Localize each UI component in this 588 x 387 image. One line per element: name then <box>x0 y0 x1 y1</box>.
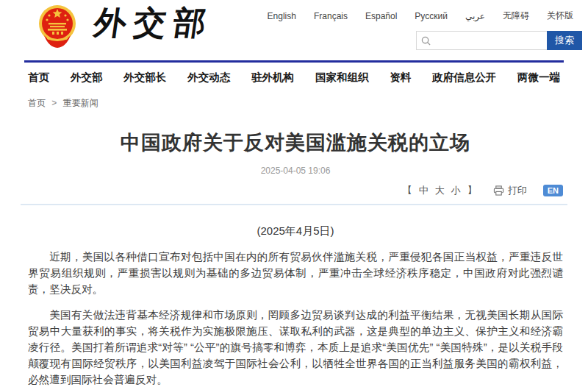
article-toolbar: 【 中 大 小 】 打印 EN <box>28 183 563 198</box>
breadcrumb-separator: > <box>51 98 57 108</box>
breadcrumb-home-link[interactable]: 首页 <box>28 98 46 108</box>
nav-item-minister[interactable]: 外交部长 <box>123 71 166 85</box>
breadcrumb: 首页 > 重要新闻 <box>28 97 588 110</box>
nav-item-missions[interactable]: 驻外机构 <box>251 71 294 85</box>
article-paragraph: 近期，美国以各种借口宣布对包括中国在内的所有贸易伙伴滥施关税，严重侵犯各国正当权… <box>28 249 563 297</box>
font-size-large-button[interactable]: 大 <box>435 184 445 197</box>
printer-icon <box>493 185 504 196</box>
font-size-control: 【 中 大 小 】 <box>403 184 477 197</box>
search-box <box>416 31 547 50</box>
publish-timestamp: 2025-04-05 19:06 <box>28 166 563 176</box>
font-size-small-button[interactable]: 小 <box>451 184 461 197</box>
article-paragraph: 美国有关做法违背基本经济规律和市场原则，罔顾多边贸易谈判达成的利益平衡结果，无视… <box>28 308 563 387</box>
national-emblem-icon[interactable] <box>38 3 76 49</box>
article-container: 中国政府关于反对美国滥施关税的立场 2025-04-05 19:06 【 中 大… <box>28 129 563 387</box>
article-dateline: (2025年4月5日) <box>28 224 563 238</box>
article-body: 近期，美国以各种借口宣布对包括中国在内的所有贸易伙伴滥施关税，严重侵犯各国正当权… <box>28 249 563 387</box>
nav-item-resources[interactable]: 资料 <box>390 71 411 85</box>
breadcrumb-current-link[interactable]: 重要新闻 <box>63 98 98 108</box>
lang-accessibility[interactable]: 无障碍 <box>503 10 529 22</box>
toolbar-separator-line <box>21 204 567 205</box>
nav-item-gov-info[interactable]: 政府信息公开 <box>432 71 496 85</box>
search-input[interactable] <box>431 35 547 46</box>
main-nav: 首页 外交部 外交部长 外交动态 驻外机构 国家和组织 资料 政府信息公开 两微… <box>26 63 562 92</box>
language-bar: English Français Español Русский عربي 无障… <box>268 10 573 22</box>
lang-francais[interactable]: Français <box>314 11 348 21</box>
search-icon <box>421 36 431 46</box>
site-header: 外交部 English Français Español Русский عرب… <box>0 0 588 60</box>
font-size-medium-button[interactable]: 中 <box>419 184 429 197</box>
search-button[interactable]: 搜索 <box>547 31 582 50</box>
lang-russian[interactable]: Русский <box>415 11 448 21</box>
nav-item-ministry[interactable]: 外交部 <box>71 71 103 85</box>
font-size-bracket-open: 【 <box>403 184 412 197</box>
lang-espanol[interactable]: Español <box>365 11 397 21</box>
lang-care-version[interactable]: 关怀版 <box>547 10 573 22</box>
lang-arabic[interactable]: عربي <box>465 11 485 21</box>
print-button[interactable]: 打印 <box>493 184 527 197</box>
lang-english[interactable]: English <box>268 11 296 21</box>
english-version-badge[interactable]: EN <box>543 185 563 196</box>
ministry-calligraphy-logo[interactable]: 外交部 <box>91 1 216 45</box>
font-size-bracket-close: 】 <box>467 184 477 197</box>
nav-item-social[interactable]: 两微一端 <box>517 71 560 85</box>
nav-item-countries[interactable]: 国家和组织 <box>315 71 369 85</box>
search-row: 搜索 <box>416 31 582 50</box>
page-title: 中国政府关于反对美国滥施关税的立场 <box>28 129 563 156</box>
print-label: 打印 <box>508 184 527 197</box>
nav-item-home[interactable]: 首页 <box>28 71 49 85</box>
nav-item-activities[interactable]: 外交动态 <box>187 71 230 85</box>
